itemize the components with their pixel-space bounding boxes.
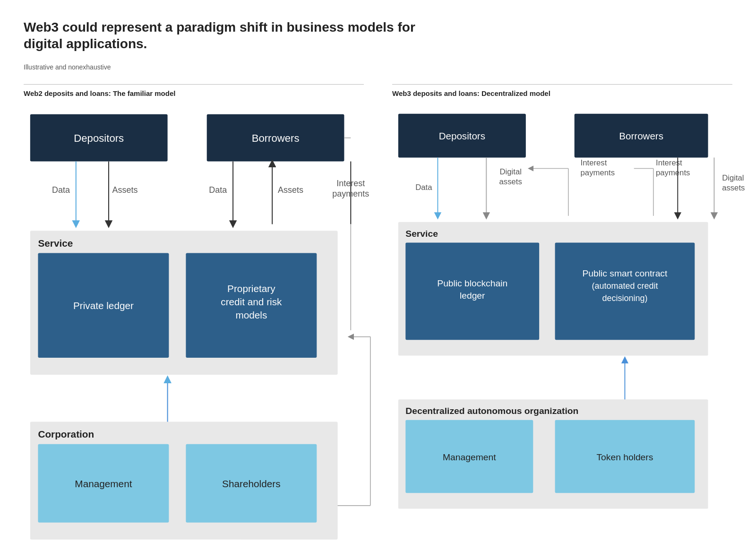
web3-token-holders: Token holders	[596, 452, 653, 462]
svg-text:models: models	[235, 310, 267, 320]
svg-text:Assets: Assets	[278, 185, 303, 195]
svg-text:Data: Data	[209, 185, 227, 195]
svg-text:Digital: Digital	[500, 167, 522, 176]
web2-service-label: Service	[38, 238, 73, 249]
svg-text:assets: assets	[499, 177, 522, 186]
web2-credit-models: Proprietary	[227, 283, 275, 294]
svg-text:(automated credit: (automated credit	[592, 281, 658, 291]
web2-management: Management	[75, 478, 132, 489]
web3-svg: Depositors Borrowers Data Digital assets…	[392, 108, 732, 521]
svg-text:Interest: Interest	[336, 179, 365, 188]
web2-diagram: Web2 deposits and loans: The familiar mo…	[24, 84, 364, 551]
diagrams-row: Web2 deposits and loans: The familiar mo…	[24, 84, 732, 551]
svg-text:assets: assets	[722, 183, 745, 192]
svg-text:Assets: Assets	[112, 185, 138, 195]
svg-text:Data: Data	[415, 183, 432, 192]
svg-text:Data: Data	[52, 185, 70, 195]
page-subtitle: Illustrative and nonexhaustive	[24, 63, 732, 71]
web3-borrowers-label: Borrowers	[619, 130, 663, 141]
svg-text:Interest: Interest	[656, 158, 682, 167]
web3-management: Management	[443, 452, 496, 462]
web2-svg: Depositors Borrowers Data Assets Data As…	[24, 108, 364, 551]
web3-dao-label: Decentralized autonomous organization	[405, 406, 578, 416]
web3-diagram: Web3 deposits and loans: Decentralized m…	[392, 84, 732, 522]
svg-text:payments: payments	[581, 168, 615, 177]
svg-text:credit and risk: credit and risk	[221, 296, 282, 307]
svg-text:Interest: Interest	[581, 158, 607, 167]
svg-text:ledger: ledger	[460, 291, 485, 301]
svg-text:payments: payments	[332, 189, 369, 198]
web2-corp-label: Corporation	[38, 429, 94, 439]
web3-blockchain: Public blockchain	[437, 278, 507, 288]
web2-private-ledger: Private ledger	[73, 300, 134, 311]
svg-rect-50	[555, 242, 695, 340]
web3-depositors-label: Depositors	[439, 130, 485, 141]
web2-depositors-label: Depositors	[74, 132, 124, 144]
web2-shareholders: Shareholders	[222, 478, 280, 489]
web2-title: Web2 deposits and loans: The familiar mo…	[24, 84, 364, 97]
page-title: Web3 could represent a paradigm shift in…	[24, 19, 449, 52]
web3-smart-contract: Public smart contract	[582, 268, 668, 278]
svg-text:Digital: Digital	[722, 173, 744, 182]
web3-service-label: Service	[405, 229, 438, 239]
web2-borrowers-label: Borrowers	[252, 132, 300, 144]
svg-text:payments: payments	[656, 168, 690, 177]
web3-title: Web3 deposits and loans: Decentralized m…	[392, 84, 732, 97]
svg-text:decisioning): decisioning)	[602, 293, 647, 303]
